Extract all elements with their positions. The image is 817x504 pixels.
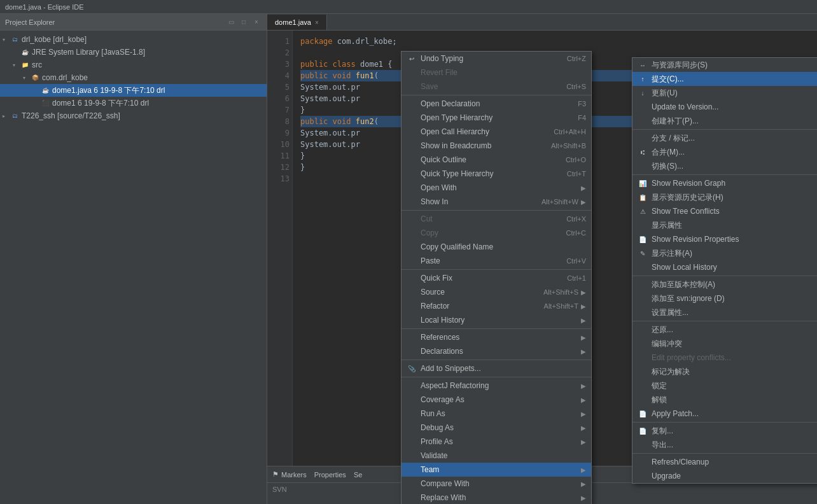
menu-item-validate[interactable]: Validate: [402, 449, 591, 463]
menu-item-add-ignore[interactable]: 添加至 svn:ignore (D): [632, 291, 817, 305]
menu-item-show-props[interactable]: 显示属性: [632, 218, 817, 232]
menu-label-open-call: Open Call Hierarchy: [421, 127, 543, 136]
menu-item-set-props[interactable]: 设置属性...: [632, 305, 817, 319]
menu-shortcut-quick-fix: Ctrl+1: [567, 274, 586, 282]
line-number: 10: [270, 139, 290, 150]
menu-icon-update: ↓: [638, 88, 648, 98]
menu-item-mark-resolved[interactable]: 标记为解决: [632, 365, 817, 379]
menu-icon-spacer: [638, 325, 648, 335]
menu-item-sync[interactable]: ↔与资源库同步(S): [632, 58, 817, 72]
se-tab[interactable]: Se: [354, 466, 362, 483]
line-number: 3: [270, 59, 290, 70]
menu-icon-spacer: [407, 301, 417, 311]
tree-item[interactable]: ▾📦com.drl_kobe: [0, 71, 267, 84]
tab-title: dome1.java: [275, 18, 311, 26]
editor-tab-dome1[interactable]: dome1.java ×: [267, 15, 327, 30]
menu-label-lock: 锁定: [652, 381, 817, 391]
tree-item[interactable]: ☕dome1.java 6 19-9-8 下午7:10 drl: [0, 84, 267, 97]
menu-item-upgrade[interactable]: Upgrade: [632, 469, 817, 483]
menu-icon-spacer: [638, 367, 648, 377]
menu-item-switch[interactable]: 切换(S)...: [632, 159, 817, 173]
properties-tab[interactable]: Properties: [314, 466, 346, 483]
menu-item-open-decl[interactable]: Open DeclarationF3: [402, 97, 591, 111]
menu-item-refresh[interactable]: Refresh/Cleanup: [632, 455, 817, 469]
menu-item-show-in[interactable]: Show InAlt+Shift+W▶: [402, 195, 591, 209]
menu-item-open-with[interactable]: Open With▶: [402, 181, 591, 195]
menu-icon-spacer: [638, 279, 648, 290]
menu-item-quick-type[interactable]: Quick Type HierarchyCtrl+T: [402, 167, 591, 181]
menu-item-create-patch[interactable]: 创建补丁(P)...: [632, 114, 817, 128]
menu-item-edit-conflict[interactable]: 编辑冲突: [632, 337, 817, 351]
menu-shortcut-open-decl: F3: [578, 100, 586, 108]
menu-icon-spacer: [407, 155, 417, 165]
menu-label-show-bread: Show in Breadcrumb: [421, 141, 541, 150]
menu-item-debug-as[interactable]: Debug As▶: [402, 421, 591, 435]
menu-item-update[interactable]: ↓更新(U): [632, 86, 817, 100]
close-panel-icon[interactable]: ×: [251, 17, 262, 27]
tab-close-icon[interactable]: ×: [315, 19, 319, 26]
panel-title: Project Explorer: [5, 18, 226, 26]
menu-item-export[interactable]: 导出...: [632, 438, 817, 452]
menu-item-update-ver[interactable]: Update to Version...: [632, 100, 817, 114]
menu-item-aspectj[interactable]: AspectJ Refactoring▶: [402, 379, 591, 393]
menu-item-show-bread[interactable]: Show in BreadcrumbAlt+Shift+B: [402, 139, 591, 153]
menu-item-unlock[interactable]: 解锁: [632, 393, 817, 407]
menu-item-replace[interactable]: Replace With▶: [402, 491, 591, 504]
menu-item-quick-fix[interactable]: Quick FixCtrl+1: [402, 271, 591, 285]
menu-item-show-hist[interactable]: 📋显示资源历史记录(H): [632, 190, 817, 204]
menu-item-declarations[interactable]: Declarations▶: [402, 344, 591, 358]
menu-item-undo[interactable]: ↩Undo TypingCtrl+Z: [402, 52, 591, 66]
tree-item-label: dome1 6 19-9-8 下午7:10 drl: [52, 98, 149, 109]
menu-item-commit[interactable]: ↑提交(C)...: [632, 72, 817, 86]
menu-label-refresh: Refresh/Cleanup: [652, 458, 817, 466]
menu-item-apply-patch[interactable]: 📄Apply Patch...: [632, 407, 817, 421]
menu-item-open-call[interactable]: Open Call HierarchyCtrl+Alt+H: [402, 125, 591, 139]
menu-item-quick-out[interactable]: Quick OutlineCtrl+O: [402, 153, 591, 167]
menu-item-rev-props[interactable]: 📄Show Revision Properties: [632, 232, 817, 246]
menu-label-open-decl: Open Declaration: [421, 99, 568, 108]
menu-item-merge[interactable]: ⑆合并(M)...: [632, 145, 817, 159]
menu-item-show-annot[interactable]: ✎显示注释(A): [632, 246, 817, 260]
menu-item-copy-qual[interactable]: Copy Qualified Name: [402, 240, 591, 254]
menu-item-revert-op[interactable]: 还原...: [632, 323, 817, 337]
menu-label-local-hist: Show Local History: [652, 263, 817, 272]
menu-item-lock[interactable]: 锁定: [632, 379, 817, 393]
menu-item-coverage[interactable]: Coverage As▶: [402, 393, 591, 407]
menu-label-quick-fix: Quick Fix: [421, 274, 557, 283]
menu-icon-spacer: [407, 127, 417, 137]
menu-item-source[interactable]: SourceAlt+Shift+S▶: [402, 285, 591, 299]
menu-arrow-source: ▶: [581, 289, 586, 296]
menu-item-local-hist[interactable]: Show Local History: [632, 260, 817, 274]
tree-item[interactable]: ⬛dome1 6 19-9-8 下午7:10 drl: [0, 97, 267, 109]
menu-item-compare[interactable]: Compare With▶: [402, 477, 591, 491]
svn-submenu: ↔与资源库同步(S)↑提交(C)...↓更新(U)Update to Versi…: [632, 57, 817, 484]
tree-item[interactable]: ▾📁src: [0, 59, 267, 71]
menu-item-run-as[interactable]: Run As▶: [402, 407, 591, 421]
menu-label-revert-op: 还原...: [652, 325, 817, 335]
tree-item[interactable]: ☕JRE System Library [JavaSE-1.8]: [0, 46, 267, 59]
maximize-icon[interactable]: □: [239, 17, 249, 27]
minimize-icon[interactable]: ▭: [226, 17, 236, 27]
markers-tab[interactable]: ⚑ Markers: [272, 466, 307, 483]
menu-item-team[interactable]: Team▶: [402, 463, 591, 477]
menu-arrow-profile-as: ▶: [581, 438, 586, 445]
menu-item-add-snippets[interactable]: 📎Add to Snippets...: [402, 361, 591, 375]
menu-item-references[interactable]: References▶: [402, 330, 591, 344]
menu-item-refactor[interactable]: RefactorAlt+Shift+T▶: [402, 299, 591, 313]
menu-item-add-vc[interactable]: 添加至版本控制(A): [632, 277, 817, 291]
menu-item-rev-graph[interactable]: 📊Show Revision Graph: [632, 176, 817, 190]
menu-item-branch-tag[interactable]: 分支 / 标记...: [632, 131, 817, 145]
menu-item-local-hist[interactable]: Local History▶: [402, 313, 591, 327]
tree-item[interactable]: ▾🗂drl_kobe [drl_kobe]: [0, 33, 267, 46]
menu-item-paste[interactable]: PasteCtrl+V: [402, 254, 591, 268]
menu-item-profile-as[interactable]: Profile As▶: [402, 435, 591, 449]
menu-label-export: 导出...: [652, 440, 817, 451]
line-number: 4: [270, 70, 290, 81]
menu-label-cut: Cut: [421, 214, 556, 223]
tree-item[interactable]: ▸🗂T226_ssh [source/T226_ssh]: [0, 109, 267, 122]
menu-item-copy-op[interactable]: 📄复制...: [632, 424, 817, 438]
menu-icon-spacer: [407, 99, 417, 109]
menu-item-open-type[interactable]: Open Type HierarchyF4: [402, 111, 591, 125]
menu-item-tree-conflicts[interactable]: ⚠Show Tree Conflicts: [632, 204, 817, 218]
menu-shortcut-quick-out: Ctrl+O: [566, 156, 586, 164]
